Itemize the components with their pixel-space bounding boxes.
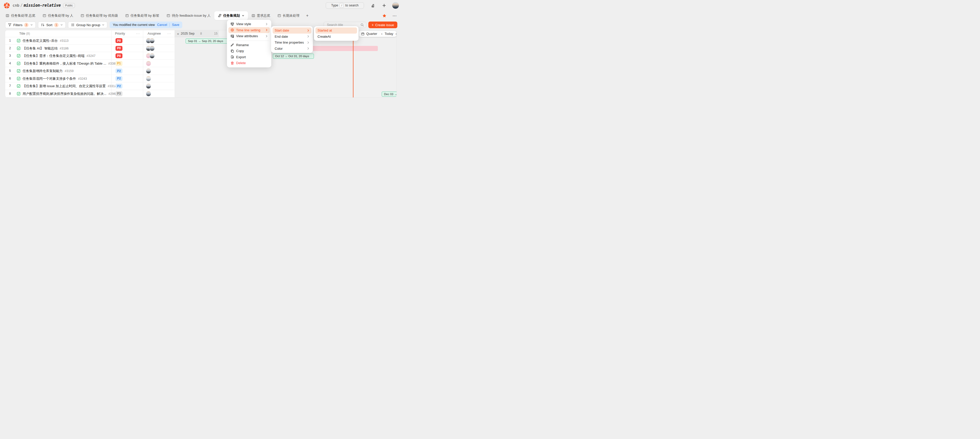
tab-label: 任务集处理 总览 (11, 13, 35, 18)
row-number: 6 (5, 75, 15, 82)
chevron-down-icon (30, 24, 33, 26)
prev-period-button[interactable]: ‹ (381, 32, 383, 36)
assignee-avatar[interactable] (146, 91, 151, 97)
issue-title[interactable]: 任务集筛选同一个对象支持多个条件#3243 (22, 75, 87, 82)
table-row[interactable]: 1任务集自定义属性–后台#3113P0 (5, 37, 175, 44)
menu-item-started-at[interactable]: Started at (315, 27, 357, 33)
gantt-bar-label: Dec 03 → (384, 93, 396, 96)
priority-badge[interactable]: P0 (116, 53, 123, 58)
table-row[interactable]: 6任务集筛选同一个对象支持多个条件#3243P2 (5, 75, 175, 82)
gantt-bar-row3[interactable]: Oct 12 → Oct 31, 20 days (273, 54, 314, 59)
next-period-button[interactable]: › (395, 32, 396, 36)
export-icon (231, 55, 234, 59)
column-assignee: Assginee (148, 30, 161, 37)
chevron-down-icon (102, 24, 105, 26)
assignee-avatar[interactable] (150, 46, 155, 51)
chevron-right-icon (266, 29, 268, 31)
create-issue-button[interactable]: + Create issue (368, 22, 397, 28)
tab-3[interactable]: 任务集处理 by 标签 (122, 11, 163, 21)
issue-title[interactable]: 任务集新增跨仓库复制能力#3159 (22, 67, 74, 75)
assignee-column-more-button[interactable]: ··· (167, 30, 172, 37)
assignee-avatar[interactable] (150, 38, 155, 43)
menu-item-delete[interactable]: Delete (228, 60, 270, 66)
assignee-avatar[interactable] (150, 53, 155, 59)
table-row[interactable]: 8用户配置排序规则,解决排序操作复杂低效的问题。解决...#2965P3 (5, 90, 175, 98)
menu-item-rename[interactable]: Rename (228, 42, 270, 48)
menu-item-copy[interactable]: Copy (228, 48, 270, 54)
search-hint-suffix: to search (345, 3, 358, 7)
menu-item-view-attributes[interactable]: View attributes (228, 33, 270, 39)
menu-item-start-date[interactable]: Start date (273, 27, 311, 33)
issue-title[interactable]: 【任务集】重构表格组件，接入标准 TDesign 的 Table ...#338… (22, 60, 117, 67)
global-search-button[interactable]: Type / to search (326, 2, 364, 9)
table-row[interactable]: 7【任务集】新增 issue 加上起止时间、自定义属性等设置#3314P2 (5, 82, 175, 90)
tab-0[interactable]: 任务集处理 总览 (2, 11, 39, 21)
priority-badge[interactable]: P2 (116, 76, 123, 81)
assignee-avatar[interactable] (146, 76, 151, 81)
tab-1[interactable]: 任务集处理 by 人 (39, 11, 77, 21)
priority-badge[interactable]: P0 (116, 46, 123, 51)
cancel-link[interactable]: Cancel (157, 23, 167, 27)
tab-7[interactable]: 长期未处理 (274, 11, 303, 21)
gantt-bar-row1[interactable]: Sep 01 → Sep 20, 20 days (186, 38, 230, 44)
sort-count-badge: 1 (54, 23, 59, 27)
issue-title[interactable]: 【任务集 AI】 智能总结#3186 (22, 44, 68, 52)
issue-open-icon (17, 92, 21, 96)
tab-overflow-button[interactable]: ··· (393, 14, 397, 18)
cnb-logo-icon[interactable] (3, 2, 10, 9)
chevron-right-icon (307, 41, 309, 44)
priority-column-more-button[interactable]: ··· (136, 30, 140, 37)
table-row[interactable]: 4【任务集】重构表格组件，接入标准 TDesign 的 Table ...#33… (5, 60, 175, 67)
priority-badge[interactable]: P2 (116, 84, 123, 89)
tab-2[interactable]: 任务集处理 by 优先级 (77, 11, 122, 21)
scroll-left-button[interactable]: « (177, 32, 179, 36)
issue-title[interactable]: 用户配置排序规则,解决排序操作复杂低效的问题。解决...#2965 (22, 90, 117, 98)
save-link[interactable]: Save (172, 23, 180, 27)
menu-item-end-date[interactable]: End date (273, 33, 311, 40)
table-row[interactable]: 3【任务集】需求：任务集自定义属性–前端#3247P0 (5, 52, 175, 60)
priority-badge[interactable]: P0 (116, 38, 123, 43)
issue-id: #3247 (86, 54, 95, 58)
today-button[interactable]: Today (385, 32, 393, 36)
menu-item-color[interactable]: Color (273, 46, 311, 52)
menu-item-label: Time line setting (236, 28, 264, 32)
assignee-avatar[interactable] (146, 61, 151, 66)
menu-item-label: Rename (236, 43, 268, 47)
sort-button[interactable]: Sort 1 (38, 22, 66, 28)
range-quarter-button[interactable]: Quarter (366, 32, 377, 36)
tab-4[interactable]: 待办 feedback-issue by 人 (163, 11, 214, 21)
menu-item-time-line-setting[interactable]: Time line setting (228, 27, 270, 33)
tab-6[interactable]: 需求总览 (248, 11, 274, 21)
tab-active-5[interactable]: 任务集规划 (214, 11, 248, 20)
priority-badge[interactable]: P2 (116, 68, 123, 73)
assignee-avatar[interactable] (146, 83, 151, 89)
table-icon (251, 14, 255, 17)
view-attributes-icon (231, 34, 234, 38)
assignee-avatar[interactable] (146, 68, 151, 74)
repo-name[interactable]: mission-relative (24, 3, 61, 8)
priority-badge[interactable]: P3 (116, 91, 123, 96)
issue-title[interactable]: 【任务集】新增 issue 加上起止时间、自定义属性等设置#3314 (22, 82, 116, 90)
menu-item-export[interactable]: Export (228, 54, 270, 60)
table-row[interactable]: 2【任务集 AI】 智能总结#3186P0 (5, 44, 175, 52)
insights-chart-icon[interactable] (371, 3, 375, 8)
row-number: 2 (5, 44, 15, 52)
create-new-icon[interactable] (382, 3, 386, 8)
favorite-star-icon[interactable] (382, 14, 387, 18)
user-avatar[interactable] (392, 2, 399, 9)
menu-item-time-line-properties[interactable]: Time line properties (273, 40, 311, 46)
menu-item-createat[interactable]: CreateAt (315, 33, 357, 40)
issue-title[interactable]: 任务集自定义属性–后台#3113 (22, 37, 68, 44)
priority-badge[interactable]: P1 (116, 61, 123, 66)
org-name[interactable]: cnb (13, 3, 19, 8)
issue-title[interactable]: 【任务集】需求：任务集自定义属性–前端#3247 (22, 52, 95, 60)
gantt-bar-label: Sep 01 → Sep 20, 20 days (188, 40, 223, 43)
filters-button[interactable]: Filters 3 (5, 22, 36, 28)
table-row[interactable]: 5任务集新增跨仓库复制能力#3159P2 (5, 67, 175, 75)
menu-item-label: End date (275, 35, 305, 38)
add-view-button[interactable]: + (303, 13, 312, 18)
group-button[interactable]: Group No group (68, 22, 107, 28)
gantt-bar-row8[interactable]: Dec 03 → (382, 92, 396, 97)
issue-open-icon (17, 54, 21, 58)
menu-item-view-style[interactable]: View style (228, 21, 270, 27)
